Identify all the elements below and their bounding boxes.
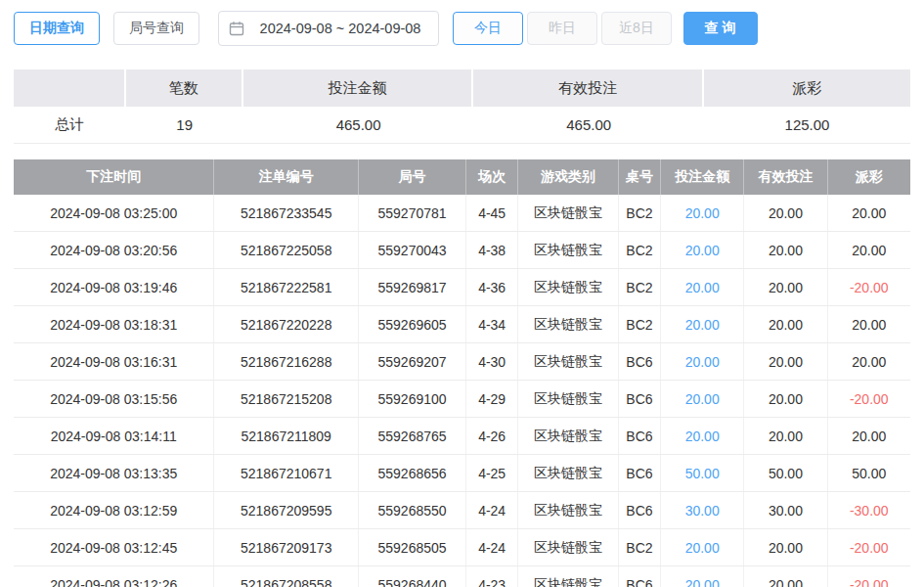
bet-amount-link[interactable]: 20.00	[661, 418, 744, 454]
cell-bet-time: 2024-09-08 03:13:35	[14, 455, 214, 491]
cell-payout: -30.00	[828, 492, 910, 528]
header-bet-time: 下注时间	[14, 159, 214, 195]
cell-order-no: 521867208558	[214, 566, 359, 587]
cell-round-no: 559269605	[359, 306, 466, 342]
cell-order-no: 521867225058	[214, 232, 359, 268]
header-table-no: 桌号	[619, 159, 661, 195]
cell-game-type: 区块链骰宝	[518, 232, 619, 268]
cell-order-no: 521867222581	[214, 269, 359, 305]
cell-valid-bet: 20.00	[744, 343, 827, 380]
round-query-button[interactable]: 局号查询	[113, 12, 199, 45]
summary-header-row: 笔数 投注金额 有效投注 派彩	[14, 69, 910, 107]
search-button[interactable]: 查询	[683, 12, 758, 45]
cell-round-no: 559270781	[359, 195, 466, 231]
bet-amount-link[interactable]: 20.00	[661, 306, 744, 342]
cell-bet-time: 2024-09-08 03:19:46	[14, 269, 214, 305]
header-payout: 派彩	[828, 159, 910, 195]
cell-valid-bet: 50.00	[744, 455, 827, 491]
calendar-icon	[229, 21, 244, 36]
cell-round-no: 559269100	[359, 381, 466, 417]
summary-total-row: 总计 19 465.00 465.00 125.00	[14, 107, 910, 144]
records-table: 下注时间 注单编号 局号 场次 游戏类别 桌号 投注金额 有效投注 派彩 202…	[14, 159, 910, 587]
last-8-days-button[interactable]: 近8日	[601, 12, 672, 45]
bet-amount-link[interactable]: 20.00	[661, 232, 744, 268]
cell-session: 4-29	[466, 381, 518, 417]
cell-session: 4-36	[466, 269, 518, 305]
cell-payout: -20.00	[828, 269, 910, 305]
cell-table-no: BC6	[619, 343, 661, 380]
cell-bet-time: 2024-09-08 03:12:26	[14, 566, 214, 587]
cell-table-no: BC6	[619, 381, 661, 417]
header-round-no: 局号	[359, 159, 466, 195]
date-range-input[interactable]: 2024-09-08 ~ 2024-09-08	[218, 11, 439, 46]
summary-header-count: 笔数	[126, 69, 243, 107]
cell-game-type: 区块链骰宝	[518, 529, 619, 565]
table-row: 2024-09-08 03:15:56521867215208559269100…	[14, 381, 910, 418]
cell-session: 4-38	[466, 232, 518, 268]
summary-header-valid-bet: 有效投注	[473, 69, 704, 107]
summary-total-label: 总计	[14, 107, 126, 143]
table-row: 2024-09-08 03:12:59521867209595559268550…	[14, 492, 910, 529]
cell-session: 4-24	[466, 492, 518, 528]
cell-order-no: 521867220228	[214, 306, 359, 342]
cell-round-no: 559270043	[359, 232, 466, 268]
cell-valid-bet: 20.00	[744, 195, 827, 231]
yesterday-button[interactable]: 昨日	[527, 12, 597, 45]
cell-payout: -20.00	[828, 381, 910, 417]
table-row: 2024-09-08 03:19:46521867222581559269817…	[14, 269, 910, 306]
cell-session: 4-30	[466, 343, 518, 380]
cell-payout: 50.00	[828, 455, 910, 491]
bet-amount-link[interactable]: 20.00	[661, 566, 744, 587]
bet-amount-link[interactable]: 20.00	[661, 529, 744, 565]
cell-table-no: BC2	[619, 232, 661, 268]
cell-game-type: 区块链骰宝	[518, 492, 619, 528]
table-row: 2024-09-08 03:14:11521867211809559268765…	[14, 418, 910, 455]
summary-header-bet-amount: 投注金额	[243, 69, 474, 107]
cell-bet-time: 2024-09-08 03:20:56	[14, 232, 214, 268]
bet-amount-link[interactable]: 20.00	[661, 381, 744, 417]
header-order-no: 注单编号	[214, 159, 359, 195]
table-row: 2024-09-08 03:12:26521867208558559268440…	[14, 566, 910, 587]
cell-session: 4-26	[466, 418, 518, 454]
bet-amount-link[interactable]: 30.00	[661, 492, 744, 528]
cell-bet-time: 2024-09-08 03:18:31	[14, 306, 214, 342]
cell-game-type: 区块链骰宝	[518, 418, 619, 454]
bet-amount-link[interactable]: 20.00	[661, 195, 744, 231]
header-session: 场次	[466, 159, 518, 195]
cell-table-no: BC2	[619, 195, 661, 231]
cell-order-no: 521867209173	[214, 529, 359, 565]
cell-session: 4-25	[466, 455, 518, 491]
cell-game-type: 区块链骰宝	[518, 455, 619, 491]
records-table-body: 2024-09-08 03:25:00521867233545559270781…	[14, 195, 910, 587]
bet-amount-link[interactable]: 20.00	[661, 269, 744, 305]
cell-bet-time: 2024-09-08 03:14:11	[14, 418, 214, 454]
cell-game-type: 区块链骰宝	[518, 269, 619, 305]
cell-payout: -20.00	[828, 566, 910, 587]
cell-bet-time: 2024-09-08 03:12:45	[14, 529, 214, 565]
cell-valid-bet: 20.00	[744, 232, 827, 268]
bet-amount-link[interactable]: 20.00	[661, 343, 744, 380]
summary-table: 笔数 投注金额 有效投注 派彩 总计 19 465.00 465.00 125.…	[14, 69, 910, 144]
summary-header-blank	[14, 69, 126, 107]
cell-game-type: 区块链骰宝	[518, 195, 619, 231]
today-button[interactable]: 今日	[453, 12, 523, 45]
cell-game-type: 区块链骰宝	[518, 306, 619, 342]
cell-table-no: BC6	[619, 492, 661, 528]
cell-valid-bet: 20.00	[744, 269, 827, 305]
cell-round-no: 559269817	[359, 269, 466, 305]
table-row: 2024-09-08 03:12:45521867209173559268505…	[14, 529, 910, 566]
cell-order-no: 521867209595	[214, 492, 359, 528]
cell-session: 4-24	[466, 529, 518, 565]
cell-round-no: 559269207	[359, 343, 466, 380]
cell-game-type: 区块链骰宝	[518, 566, 619, 587]
cell-valid-bet: 20.00	[744, 381, 827, 417]
bet-amount-link[interactable]: 50.00	[661, 455, 744, 491]
cell-table-no: BC6	[619, 418, 661, 454]
date-query-button[interactable]: 日期查询	[14, 12, 100, 45]
cell-bet-time: 2024-09-08 03:25:00	[14, 195, 214, 231]
cell-round-no: 559268440	[359, 566, 466, 587]
cell-order-no: 521867233545	[214, 195, 359, 231]
cell-table-no: BC2	[619, 529, 661, 565]
cell-payout: 20.00	[828, 418, 910, 454]
cell-payout: 20.00	[828, 306, 910, 342]
